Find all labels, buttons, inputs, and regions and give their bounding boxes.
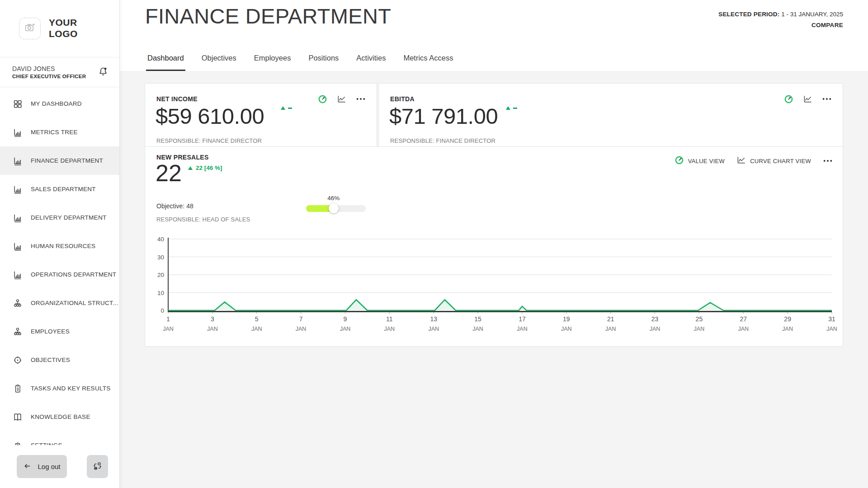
change-text: 22 [46 %]	[196, 164, 222, 171]
gear-icon	[12, 440, 23, 446]
user-name: DAVID JONES	[12, 65, 86, 72]
sidebar-item-operations-department[interactable]: OPERATIONS DEPARTMENT	[0, 260, 119, 289]
sidebar-item-delivery-department[interactable]: DELIVERY DEPARTMENT	[0, 203, 119, 232]
y-tick-label: 0	[160, 307, 164, 314]
tab-bar: DashboardObjectivesEmployeesPositionsAct…	[146, 54, 454, 71]
sidebar-item-label: TASKS AND KEY RESULTS	[31, 385, 111, 392]
logout-label: Log out	[38, 463, 60, 470]
sidebar-item-finance-department[interactable]: FINANCE DEPARTMENT	[0, 146, 119, 175]
sidebar-item-label: SALES DEPARTMENT	[31, 186, 96, 192]
camera-plus-icon	[24, 22, 36, 35]
x-tick-label: 15	[474, 315, 481, 323]
user-row: DAVID JONES CHIEF EXECUTIVE OFFICER	[0, 57, 119, 87]
curve-chart-view-button[interactable]: CURVE CHART VIEW	[736, 155, 811, 166]
change-dash	[288, 108, 292, 109]
value-view-button[interactable]: VALUE VIEW	[675, 155, 725, 166]
metric-responsible: RESPONSIBLE: FINANCE DIRECTOR	[156, 137, 262, 144]
value-view-icon	[675, 155, 684, 166]
tab-positions[interactable]: Positions	[307, 54, 340, 71]
x-tick-sublabel: JAN	[517, 326, 528, 332]
sidebar-item-label: KNOWLEDGE BASE	[31, 413, 90, 420]
metric-value: 22	[156, 160, 182, 187]
x-tick-sublabel: JAN	[251, 326, 262, 332]
sidebar-item-tasks-and-key-results[interactable]: TASKS AND KEY RESULTS	[0, 374, 119, 403]
arrow-left-icon	[23, 462, 32, 472]
metric-change-indicator: 22 [46 %]	[188, 164, 222, 171]
x-tick-label: 31	[828, 315, 835, 323]
curve-chart-icon	[736, 155, 746, 166]
curve-chart-icon[interactable]	[803, 94, 812, 104]
tab-metrics-access[interactable]: Metrics Access	[402, 54, 454, 71]
workspace-switch-button[interactable]	[87, 455, 108, 478]
x-tick-label: 17	[519, 315, 526, 323]
curve-chart-icon[interactable]	[337, 94, 346, 104]
x-tick-sublabel: JAN	[605, 326, 616, 332]
y-tick-label: 30	[157, 254, 164, 261]
page-title: FINANCE DEPARTMENT	[145, 4, 391, 28]
kpi-row: NET INCOME	[145, 83, 843, 155]
x-tick-sublabel: JAN	[340, 326, 351, 332]
compare-button[interactable]: COMPARE	[718, 20, 843, 31]
sidebar-item-sales-department[interactable]: SALES DEPARTMENT	[0, 175, 119, 203]
logo-row: YOUR LOGO	[0, 0, 119, 57]
sidebar-item-employees[interactable]: EMPLOYEES	[0, 317, 119, 346]
metric-value: $71 791.00	[389, 103, 498, 129]
x-tick-label: 23	[651, 315, 659, 323]
tab-activities[interactable]: Activities	[355, 54, 387, 71]
sidebar-item-human-resources[interactable]: HUMAN RESOURCES	[0, 232, 119, 260]
metric-responsible: RESPONSIBLE: HEAD OF SALES	[156, 216, 250, 223]
x-tick-label: 1	[166, 315, 170, 323]
sidebar-item-label: ORGANIZATIONAL STRUCT...	[31, 300, 118, 306]
x-tick-sublabel: JAN	[561, 326, 572, 332]
x-tick-label: 7	[299, 315, 303, 323]
x-tick-label: 19	[563, 315, 570, 323]
bar-chart-icon	[12, 127, 23, 138]
sidebar: YOUR LOGO DAVID JONES CHIEF EXECUTIVE OF…	[0, 0, 120, 488]
sidebar-item-organizational-struct[interactable]: ORGANIZATIONAL STRUCT...	[0, 289, 119, 317]
bar-chart-icon	[12, 212, 23, 223]
tab-employees[interactable]: Employees	[253, 54, 292, 71]
card-title: EBITDA	[390, 95, 415, 103]
sidebar-item-my-dashboard[interactable]: MY DASHBOARD	[0, 89, 119, 118]
tab-objectives[interactable]: Objectives	[200, 54, 238, 71]
sidebar-item-objectives[interactable]: OBJECTIVES	[0, 346, 119, 374]
bar-chart-icon	[12, 155, 23, 166]
x-tick-label: 13	[430, 315, 437, 323]
x-tick-sublabel: JAN	[826, 326, 837, 332]
card-actions	[784, 94, 832, 104]
x-tick-sublabel: JAN	[296, 326, 307, 332]
tab-dashboard[interactable]: Dashboard	[146, 54, 185, 71]
logo-text: YOUR LOGO	[49, 17, 85, 39]
progress-knob	[329, 203, 339, 213]
x-tick-sublabel: JAN	[163, 326, 174, 332]
value-view-icon[interactable]	[784, 94, 793, 104]
curve-chart-view-label: CURVE CHART VIEW	[750, 158, 811, 164]
content: NET INCOME	[120, 71, 868, 488]
sidebar-item-metrics-tree[interactable]: METRICS TREE	[0, 118, 119, 146]
presales-line-chart: 0102030401JAN3JAN5JAN7JAN9JAN11JAN13JAN1…	[145, 235, 844, 344]
logout-button[interactable]: Log out	[17, 455, 67, 478]
x-tick-label: 29	[784, 315, 791, 323]
more-menu-icon[interactable]	[822, 94, 832, 104]
value-view-label: VALUE VIEW	[688, 158, 725, 164]
series-area	[168, 300, 832, 310]
topbar: FINANCE DEPARTMENT DashboardObjectivesEm…	[120, 0, 868, 71]
sidebar-item-settings[interactable]: SETTINGS	[0, 431, 119, 445]
chart-area: 0102030401JAN3JAN5JAN7JAN9JAN11JAN13JAN1…	[145, 235, 844, 344]
sidebar-item-knowledge-base[interactable]: KNOWLEDGE BASE	[0, 403, 119, 431]
x-tick-label: 11	[386, 315, 393, 323]
notifications-button[interactable]	[98, 66, 108, 79]
user-info: DAVID JONES CHIEF EXECUTIVE OFFICER	[12, 65, 86, 79]
sidebar-item-label: MY DASHBOARD	[31, 100, 82, 107]
x-tick-label: 27	[740, 315, 747, 323]
selected-period-label: SELECTED PERIOD:	[718, 11, 779, 18]
value-view-icon[interactable]	[318, 94, 327, 104]
logo-upload-placeholder[interactable]	[19, 18, 41, 39]
more-menu-icon[interactable]	[356, 94, 366, 104]
new-presales-card: NEW PRESALES 22 [46 %] 22 Objective: 48 …	[145, 146, 843, 347]
sidebar-item-label: FINANCE DEPARTMENT	[31, 157, 103, 164]
x-tick-sublabel: JAN	[384, 326, 395, 332]
sidebar-item-label: DELIVERY DEPARTMENT	[31, 214, 107, 221]
more-menu-icon[interactable]	[823, 156, 833, 166]
selected-period[interactable]: SELECTED PERIOD: 1 - 31 JANUARY, 2025	[718, 9, 843, 20]
